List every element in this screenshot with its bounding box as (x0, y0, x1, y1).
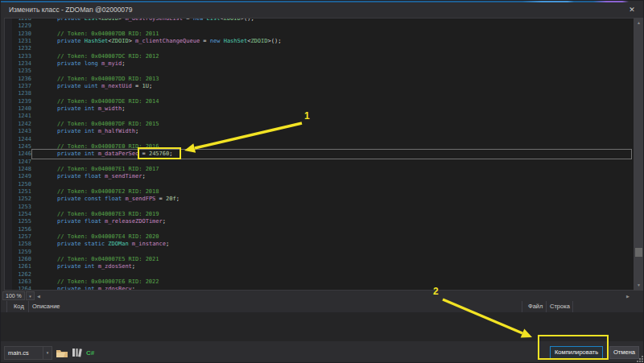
line-number: 1263 (5, 278, 37, 286)
code-line: 1262 (5, 271, 634, 278)
zoom-dropdown-icon[interactable]: ▾ (26, 291, 35, 300)
code-editor[interactable]: 1228 private List<ZDOID> m_destroySendLi… (4, 18, 634, 291)
error-col-line[interactable]: Строка (547, 301, 573, 312)
code-line: 1237 private uint m_nextUid = 1U; (5, 83, 634, 90)
code-line: 1257 // Token: 0x040007E4 RID: 2020 (5, 233, 634, 241)
code-line: 1253 (5, 204, 634, 211)
line-number: 1257 (5, 233, 37, 241)
code-line: 1233 // Token: 0x040007DC RID: 2012 (5, 53, 634, 60)
resize-grip[interactable] (636, 355, 644, 363)
code-line: 1255 private float m_releaseZDOTimer; (5, 218, 634, 225)
csharp-file-button[interactable]: C# (86, 347, 99, 359)
error-col-description[interactable]: Описание (29, 301, 522, 312)
zoom-level-combo[interactable]: 100 % (2, 291, 25, 300)
code-line: 1239 // Token: 0x040007DE RID: 2014 (5, 98, 634, 105)
scroll-right-icon[interactable]: ▶ (626, 292, 630, 300)
line-number: 1245 (5, 143, 37, 151)
code-line: 1248 // Token: 0x040007E1 RID: 2017 (5, 166, 634, 173)
dialog-footer: main.cs ▾ C# Компилировать Отмена (1, 341, 644, 363)
error-col-file[interactable]: Файл (522, 301, 547, 312)
error-list-body[interactable] (1, 312, 644, 341)
line-number: 1260 (5, 256, 37, 263)
line-number: 1255 (5, 218, 37, 225)
vertical-scrollbar[interactable]: ▲ ▼ (634, 18, 644, 291)
code-line: 1230 // Token: 0x040007DB RID: 2011 (5, 31, 634, 38)
open-file-button[interactable] (56, 347, 68, 359)
code-lines: 1228 private List<ZDOID> m_destroySendLi… (5, 18, 634, 291)
title-bar[interactable]: Изменить класс - ZDOMan @02000079 ✕ (1, 2, 644, 18)
line-number: 1262 (5, 271, 37, 278)
line-number: 1258 (5, 241, 37, 248)
csharp-icon: C# (86, 349, 94, 357)
open-folder-icon (56, 347, 68, 359)
line-number: 1249 (5, 173, 37, 180)
file-combo-dropdown-icon: ▾ (43, 347, 52, 359)
line-number: 1229 (5, 23, 37, 30)
library-icon (72, 347, 83, 358)
scroll-down-icon[interactable]: ▼ (634, 281, 644, 290)
code-line: 1260 // Token: 0x040007E5 RID: 2021 (5, 256, 634, 263)
code-line: 1259 (5, 249, 634, 256)
line-number: 1243 (5, 128, 37, 135)
line-number: 1241 (5, 113, 37, 120)
dialog-title: Изменить класс - ZDOMan @02000079 (9, 6, 133, 14)
line-number: 1253 (5, 204, 37, 211)
line-number: 1250 (5, 181, 37, 188)
code-line: 1241 (5, 113, 634, 120)
add-assembly-reference-button[interactable] (72, 347, 85, 359)
code-line: 1231 private HashSet<ZDOID> m_clientChan… (5, 38, 634, 45)
file-name-value: main.cs (8, 347, 29, 359)
scroll-left-icon[interactable]: ◀ (37, 292, 40, 300)
editor-bottom-bar: 100 % ▾ ◀ ▶ (1, 291, 644, 301)
line-number: 1238 (5, 90, 37, 97)
code-line: 1243 private int m_halfWidth; (5, 128, 634, 135)
line-number: 1256 (5, 226, 37, 233)
line-number: 1247 (5, 159, 37, 166)
code-line: 1254 // Token: 0x040007E3 RID: 2019 (5, 211, 634, 218)
line-number: 1237 (5, 83, 37, 90)
code-line: 1234 private long m_myid; (5, 60, 634, 68)
close-icon[interactable]: ✕ (625, 4, 638, 16)
line-number: 1230 (5, 31, 37, 38)
line-number: 1240 (5, 105, 37, 113)
line-number: 1231 (5, 38, 37, 45)
line-number: 1232 (5, 45, 37, 52)
line-number: 1248 (5, 166, 37, 173)
edit-class-dialog: Изменить класс - ZDOMan @02000079 ✕ 1228… (0, 0, 644, 363)
error-col-filler (573, 301, 644, 312)
error-col-code[interactable]: Код (7, 301, 29, 312)
code-line: 1247 (5, 159, 634, 166)
line-number: 1235 (5, 68, 37, 75)
code-line: 1251 // Token: 0x040007E2 RID: 2018 (5, 188, 634, 196)
code-line: 1261 private int m_zdosSent; (5, 263, 634, 270)
line-number: 1252 (5, 196, 37, 203)
code-line: 1242 // Token: 0x040007DF RID: 2015 (5, 121, 634, 128)
code-line: 1252 private const float m_sendFPS = 20f… (5, 196, 634, 203)
line-number: 1259 (5, 249, 37, 256)
compile-button[interactable]: Компилировать (550, 346, 603, 359)
scroll-up-icon[interactable]: ▲ (634, 19, 644, 27)
error-list-header: Код Описание Файл Строка (1, 301, 644, 312)
code-line: 1238 (5, 90, 634, 97)
code-line: 1263 // Token: 0x040007E6 RID: 2022 (5, 278, 634, 286)
error-col-icon[interactable] (1, 301, 7, 312)
code-line: 1246 private int m_dataPerSec = 245760; (5, 151, 634, 158)
code-line: 1229 (5, 23, 634, 30)
vertical-scrollbar-thumb[interactable] (635, 248, 642, 257)
code-line: 1258 private static ZDOMan m_instance; (5, 241, 634, 248)
cancel-button[interactable]: Отмена (609, 346, 639, 359)
code-line: 1244 (5, 136, 634, 143)
code-line: 1256 (5, 226, 634, 233)
line-number: 1254 (5, 211, 37, 218)
code-line: 1236 // Token: 0x040007DD RID: 2013 (5, 76, 634, 83)
code-line: 1250 (5, 181, 634, 188)
code-line: 1249 private float m_sendTimer; (5, 173, 634, 180)
line-number: 1244 (5, 136, 37, 143)
file-name-combo[interactable]: main.cs ▾ (4, 346, 52, 360)
line-number: 1239 (5, 98, 37, 105)
line-number: 1233 (5, 53, 37, 60)
line-number: 1261 (5, 263, 37, 270)
code-line: 1235 (5, 68, 634, 75)
line-number: 1234 (5, 60, 37, 68)
line-number: 1251 (5, 188, 37, 196)
